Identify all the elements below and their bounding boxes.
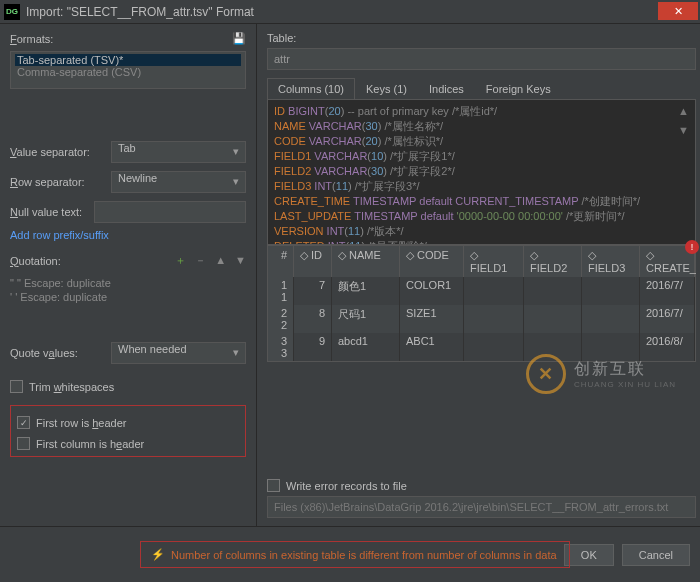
col-field3[interactable]: ◇ FIELD3 (582, 246, 640, 277)
formats-list[interactable]: Tab-separated (TSV)* Comma-separated (CS… (10, 51, 246, 89)
quotation-up-icon[interactable]: ▲ (215, 254, 226, 266)
formats-label: Formats: (10, 33, 53, 45)
col-field2[interactable]: ◇ FIELD2 (524, 246, 582, 277)
app-icon: DG (4, 4, 20, 20)
table-header: # ◇ ID ◇ NAME ◇ CODE ◇ FIELD1 ◇ FIELD2 ◇… (268, 246, 695, 277)
footer: ⚡ Number of columns in existing table is… (0, 526, 700, 582)
row-separator-select[interactable]: Newline (111, 171, 246, 193)
cancel-button[interactable]: Cancel (622, 544, 690, 566)
watermark-text: 创新互联 (574, 359, 676, 380)
tab-keys[interactable]: Keys (1) (355, 78, 418, 99)
header-options-group: ✓ First row is header First column is he… (10, 405, 246, 457)
row-separator-label: Row separator: (10, 176, 105, 188)
close-button[interactable]: ✕ (658, 2, 698, 20)
right-panel: Table: Columns (10) Keys (1) Indices For… (257, 24, 700, 526)
col-name[interactable]: ◇ NAME (332, 246, 400, 277)
trim-whitespace-checkbox[interactable] (10, 380, 23, 393)
ok-button[interactable]: OK (564, 544, 614, 566)
null-value-label: Null value text: (10, 206, 88, 218)
null-value-input[interactable] (94, 201, 246, 223)
error-badge-icon: ! (685, 240, 699, 254)
col-id[interactable]: ◇ ID (294, 246, 332, 277)
first-row-header-checkbox[interactable]: ✓ (17, 416, 30, 429)
quotation-item[interactable]: " " Escape: duplicate (10, 276, 246, 290)
write-errors-label: Write error records to file (286, 480, 407, 492)
tab-bar: Columns (10) Keys (1) Indices Foreign Ke… (267, 78, 696, 100)
value-separator-select[interactable]: Tab (111, 141, 246, 163)
save-icon[interactable]: 💾 (232, 32, 246, 45)
table-row[interactable]: 1 17颜色1COLOR12016/7/ (268, 277, 695, 305)
table-row[interactable]: 2 28尺码1SIZE12016/7/ (268, 305, 695, 333)
quotation-list[interactable]: " " Escape: duplicate ' ' Escape: duplic… (10, 276, 246, 304)
add-prefix-suffix-link[interactable]: Add row prefix/suffix (10, 229, 246, 241)
watermark: ✕ 创新互联 CHUANG XIN HU LIAN (526, 354, 676, 394)
window-title: Import: "SELECT__FROM_attr.tsv" Format (26, 5, 254, 19)
watermark-logo-icon: ✕ (526, 354, 566, 394)
quotation-add-icon[interactable]: ＋ (175, 254, 186, 266)
titlebar: DG Import: "SELECT__FROM_attr.tsv" Forma… (0, 0, 700, 24)
preview-table: ! # ◇ ID ◇ NAME ◇ CODE ◇ FIELD1 ◇ FIELD2… (267, 245, 696, 362)
format-item-tsv[interactable]: Tab-separated (TSV)* (15, 54, 241, 66)
tab-indices[interactable]: Indices (418, 78, 475, 99)
format-item-csv[interactable]: Comma-separated (CSV) (15, 66, 241, 78)
schema-editor[interactable]: ▲ ▼ ID BIGINT(20) -- part of primary key… (267, 100, 696, 245)
table-label: Table: (267, 32, 696, 44)
quotation-item[interactable]: ' ' Escape: duplicate (10, 290, 246, 304)
first-col-header-label: First column is header (36, 438, 144, 450)
quotation-down-icon[interactable]: ▼ (235, 254, 246, 266)
move-down-icon[interactable]: ▼ (678, 123, 689, 138)
col-num[interactable]: # (268, 246, 294, 277)
quotation-label: Quotation: (10, 255, 61, 267)
col-code[interactable]: ◇ CODE (400, 246, 464, 277)
error-file-path-input[interactable] (267, 496, 696, 518)
tab-foreign-keys[interactable]: Foreign Keys (475, 78, 562, 99)
first-col-header-checkbox[interactable] (17, 437, 30, 450)
quotation-remove-icon[interactable]: － (195, 254, 206, 266)
quote-values-select[interactable]: When needed (111, 342, 246, 364)
tab-columns[interactable]: Columns (10) (267, 78, 355, 99)
write-errors-checkbox[interactable] (267, 479, 280, 492)
col-field1[interactable]: ◇ FIELD1 (464, 246, 524, 277)
warning-icon: ⚡ (151, 548, 165, 561)
left-panel: Formats: 💾 Tab-separated (TSV)* Comma-se… (0, 24, 257, 526)
watermark-subtext: CHUANG XIN HU LIAN (574, 380, 676, 389)
move-up-icon[interactable]: ▲ (678, 104, 689, 119)
trim-whitespace-label: Trim whitespaces (29, 381, 114, 393)
table-name-input[interactable] (267, 48, 696, 70)
warning-message: ⚡ Number of columns in existing table is… (140, 541, 570, 568)
quote-values-label: Quote values: (10, 347, 105, 359)
value-separator-label: Value separator: (10, 146, 105, 158)
first-row-header-label: First row is header (36, 417, 127, 429)
main-area: Formats: 💾 Tab-separated (TSV)* Comma-se… (0, 24, 700, 526)
